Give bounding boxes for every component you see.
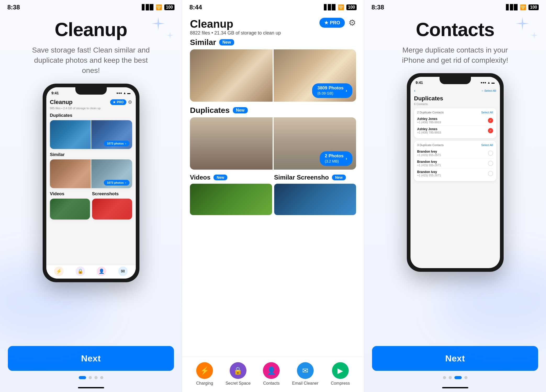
contacts-label: Contacts <box>263 381 280 386</box>
similar-photos-middle[interactable]: 3809 Photos (6.09 GB) › <box>190 49 356 102</box>
dup-photo-overlay[interactable]: 2 Photos (3.2 MB) › <box>320 151 352 166</box>
similar-overlay-1[interactable]: 1073 photos › <box>104 180 130 186</box>
phone-1: 9:41 ●●● ▲ ▬ Cleanup ★ PRO <box>43 84 139 282</box>
nav-secret-icon[interactable]: 🔒 <box>76 267 85 276</box>
nav-contacts-icon[interactable]: 👤 <box>97 267 106 276</box>
similar-photo-overlay[interactable]: 3809 Photos (6.09 GB) › <box>312 83 352 98</box>
dot-1-2 <box>89 376 92 379</box>
phone-status-icons-1: ●●● ▲ ▬ <box>116 91 131 95</box>
bottom-nav-middle: ⚡ Charging 🔒 Secret Space 👤 Contacts ✉ E… <box>182 357 364 392</box>
phone-app-title-1: Cleanup <box>50 99 73 106</box>
gear-icon-middle[interactable]: ⚙ <box>348 18 356 28</box>
videos-label-row: Videos New <box>190 174 272 181</box>
videos-card-middle[interactable] <box>190 184 272 215</box>
dot-1-3 <box>94 376 98 379</box>
contact-phone-1-2: +1 (408) 785-9933 <box>417 131 441 134</box>
wifi-icon-2: 🛜 <box>338 4 344 10</box>
phone-content-1: Cleanup ★ PRO ⚙ 985 files • 2.4 GB of st… <box>46 97 136 265</box>
nav-charging[interactable]: ⚡ Charging <box>196 362 213 386</box>
screenshots-card-middle[interactable] <box>274 184 356 215</box>
phone-battery-icon-1: ▬ <box>127 91 131 95</box>
gear-icon-1[interactable]: ⚙ <box>128 99 132 105</box>
contact-name-2-3: Brandon Ivey <box>417 170 441 174</box>
contact-row-1-2: Ashley Jones +1 (408) 785-9933 ✓ <box>417 126 493 136</box>
similar-count-middle: 3809 Photos <box>317 85 344 90</box>
panel-subtitle-1: Save storage fast! Clean similar and dup… <box>31 45 151 76</box>
secret-icon: 🔒 <box>233 366 243 375</box>
back-button-contacts[interactable]: ‹ <box>414 88 415 93</box>
pro-label-1: PRO <box>117 100 123 104</box>
screenshots-label-middle: Similar Screensho <box>274 174 329 181</box>
dup-size-middle: (3.2 MB) <box>325 159 339 163</box>
similar-photo-left-middle <box>190 49 273 102</box>
duplicates-section-middle: Duplicates New 2 Photos (3.2 MB) › <box>182 106 364 174</box>
hero-contacts: Contacts Merge duplicate contacts in you… <box>379 14 531 65</box>
phone-app-header-1: Cleanup ★ PRO ⚙ <box>50 99 132 106</box>
checkbox-2-2[interactable] <box>488 161 493 166</box>
group-2-select-all[interactable]: Select All <box>481 143 493 147</box>
nav-contacts-middle[interactable]: 👤 Contacts <box>263 362 280 386</box>
pro-button-middle[interactable]: ★ PRO <box>319 18 345 28</box>
email-circle: ✉ <box>297 362 314 379</box>
middle-file-info: 8822 files • 21.34 GB of storage to clea… <box>190 30 281 36</box>
group-1-header: 2 Duplicate Contacts <box>417 111 444 114</box>
middle-app-header: Cleanup 8822 files • 21.34 GB of storage… <box>182 14 364 38</box>
duplicates-new-badge: New <box>233 107 248 113</box>
phone-status-icons-3: ●●● ▲ ▬ <box>481 81 495 84</box>
nav-charging-icon[interactable]: ⚡ <box>54 267 64 276</box>
phone-screen-3: 9:41 ●●● ▲ ▬ ‹ ○ Select All <box>410 77 500 268</box>
sparkle-icon-3 <box>515 16 530 31</box>
dot-3-4 <box>464 376 468 379</box>
nav-email-icon[interactable]: ✉ <box>118 267 128 276</box>
chevron-right-icon-1: › <box>125 142 126 145</box>
phone-notch-1 <box>75 87 107 95</box>
signal-icon-3: ▋▊▉ <box>506 4 518 10</box>
screenshots-section: Screenshots <box>92 191 132 223</box>
compress-label: Compress <box>331 381 350 386</box>
phone-header-actions-1: ★ PRO ⚙ <box>110 99 132 105</box>
videos-screenshots-row: Videos Screenshots <box>50 191 132 223</box>
checkbox-2-1[interactable] <box>488 151 493 156</box>
email-label: Email Cleaner <box>292 381 318 386</box>
contact-phone-2-3: +1 (415) 555-2671 <box>417 174 441 177</box>
contact-row-1-1: Ashley Jones +1 (408) 785-9933 ✓ <box>417 116 493 126</box>
bottom-cards-row: Videos New Similar Screensho New <box>182 174 364 215</box>
section-screenshots-label-1: Screenshots <box>92 191 132 197</box>
phone-file-info-1: 985 files • 2.4 GB of storage to clean u… <box>50 107 132 110</box>
status-bar-1: 8:38 ▋▊▉ 🛜 100 <box>0 0 182 14</box>
next-button-1[interactable]: Next <box>8 346 174 371</box>
middle-header-right: ★ PRO ⚙ <box>319 18 356 28</box>
nav-compress[interactable]: ▶ Compress <box>331 362 350 386</box>
battery-2: 100 <box>346 4 357 10</box>
similar-count-1: 1073 photos <box>107 181 124 184</box>
duplicates-photos-middle[interactable]: 2 Photos (3.2 MB) › <box>190 117 356 170</box>
contact-row-2-2: Brandon Ivey +1 (415) 555-2671 <box>417 158 493 169</box>
pro-badge-1[interactable]: ★ PRO <box>110 99 126 105</box>
select-all-label[interactable]: Select All <box>484 89 496 92</box>
checkbox-1-1[interactable]: ✓ <box>488 118 493 123</box>
duplicates-overlay-1[interactable]: 1073 photos › <box>104 141 130 146</box>
contact-info-2-1: Brandon Ivey +1 (415) 555-2671 <box>417 150 441 157</box>
similar-new-badge: New <box>219 39 234 45</box>
phone-bottom-nav-1: ⚡ 🔒 👤 ✉ <box>46 265 136 279</box>
contact-phone-1-1: +1 (408) 785-9933 <box>417 121 441 124</box>
nav-secret-space[interactable]: 🔒 Secret Space <box>226 362 251 386</box>
status-time-1: 8:38 <box>7 4 20 11</box>
next-button-3[interactable]: Next <box>372 346 538 371</box>
checkbox-2-3[interactable] <box>488 171 493 176</box>
dot-1-4 <box>100 376 103 379</box>
status-icons-2: ▋▊▉ 🛜 100 <box>324 4 357 10</box>
similar-label-row: Similar New <box>190 38 356 47</box>
videos-section: Videos <box>50 191 90 223</box>
checkbox-1-2[interactable]: ✓ <box>488 128 493 133</box>
compress-icon: ▶ <box>337 366 343 375</box>
group-2-header-row: 3 Duplicate Contacts Select All <box>417 143 493 147</box>
similar-overlay-text: 3809 Photos (6.09 GB) <box>317 85 344 96</box>
nav-email-cleaner[interactable]: ✉ Email Cleaner <box>292 362 318 386</box>
dot-3-1 <box>443 376 446 379</box>
sparkle-icon-4 <box>530 31 538 39</box>
group-1-select-all[interactable]: Select All <box>481 111 493 114</box>
contact-name-2-2: Brandon Ivey <box>417 160 441 164</box>
page-dots-1 <box>79 376 103 379</box>
contact-name-1-2: Ashley Jones <box>417 127 441 131</box>
